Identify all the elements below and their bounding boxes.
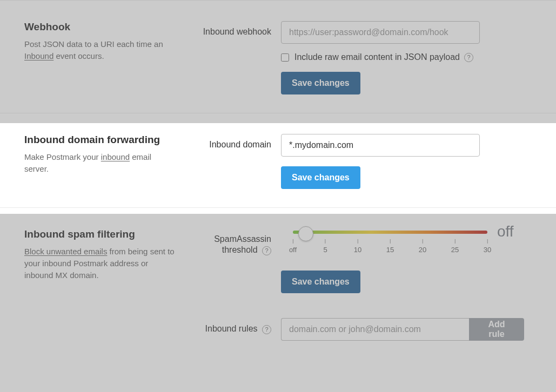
block-emails-link[interactable]: Block unwanted emails bbox=[24, 247, 107, 256]
domain-save-button[interactable]: Save changes bbox=[281, 166, 360, 189]
include-raw-checkbox[interactable] bbox=[281, 53, 289, 62]
slider-tick-label: 20 bbox=[419, 246, 426, 254]
webhook-url-input[interactable] bbox=[281, 21, 480, 44]
add-rule-button[interactable]: Add rule bbox=[469, 318, 524, 341]
inbound-rules-input[interactable] bbox=[281, 318, 469, 341]
inbound-link[interactable]: Inbound bbox=[24, 51, 53, 60]
domain-desc: Make Postmark your inbound email server. bbox=[24, 151, 176, 175]
help-icon[interactable]: ? bbox=[262, 325, 271, 334]
section-webhook: Webhook Post JSON data to a URI each tim… bbox=[0, 0, 556, 113]
slider-tick-label: 15 bbox=[386, 246, 394, 254]
inbound-domain-input[interactable] bbox=[281, 134, 480, 157]
webhook-save-button[interactable]: Save changes bbox=[281, 72, 360, 94]
webhook-title: Webhook bbox=[24, 21, 176, 33]
slider-status: off bbox=[497, 223, 514, 240]
section-spam-filtering: Inbound spam filtering Block unwanted em… bbox=[0, 207, 556, 373]
include-raw-label: Include raw email content in JSON payloa… bbox=[294, 52, 460, 62]
spam-desc: Block unwanted emails from being sent to… bbox=[24, 246, 176, 281]
spamassassin-slider[interactable]: off off51015202530 bbox=[281, 228, 505, 255]
webhook-field-label: Inbound webhook bbox=[186, 21, 281, 37]
help-icon[interactable]: ? bbox=[262, 246, 271, 255]
inbound-domain-label: Inbound domain bbox=[186, 134, 281, 150]
slider-tick-label: 5 bbox=[323, 246, 327, 254]
webhook-desc: Post JSON data to a URI each time an Inb… bbox=[24, 38, 176, 62]
spam-title: Inbound spam filtering bbox=[24, 228, 176, 240]
spam-save-button[interactable]: Save changes bbox=[281, 271, 360, 293]
include-raw-row: Include raw email content in JSON payloa… bbox=[281, 52, 532, 62]
slider-tick-label: 25 bbox=[451, 246, 459, 254]
inbound-rules-label: Inbound rules ? bbox=[186, 318, 281, 334]
inbound-link-2[interactable]: inbound bbox=[101, 152, 130, 161]
slider-tick-label: 10 bbox=[354, 246, 361, 254]
domain-title: Inbound domain forwarding bbox=[24, 134, 176, 146]
slider-tick-label: 30 bbox=[484, 246, 491, 254]
threshold-label: SpamAssassin threshold ? bbox=[186, 228, 281, 255]
slider-tick-label: off bbox=[289, 246, 297, 254]
section-domain-forwarding: Inbound domain forwarding Make Postmark … bbox=[0, 113, 556, 207]
help-icon[interactable]: ? bbox=[464, 53, 473, 62]
